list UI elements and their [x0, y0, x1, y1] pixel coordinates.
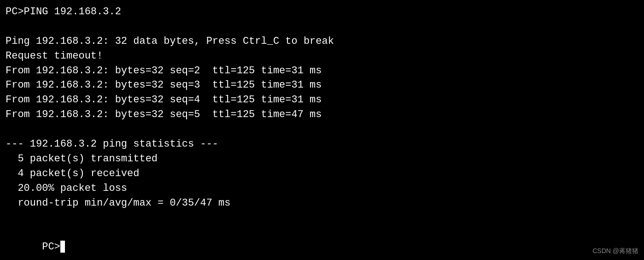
command-line: PC>PING 192.168.3.2 — [6, 5, 638, 19]
terminal-window: PC>PING 192.168.3.2 Ping 192.168.3.2: 32… — [0, 0, 644, 260]
blank-line-2 — [6, 122, 638, 137]
round-trip-line: round-trip min/avg/max = 0/35/47 ms — [6, 196, 638, 211]
from-line-4: From 192.168.3.2: bytes=32 seq=5 ttl=125… — [6, 107, 638, 122]
terminal-output: PC>PING 192.168.3.2 Ping 192.168.3.2: 32… — [6, 5, 638, 260]
timeout-line: Request timeout! — [6, 49, 638, 64]
packet-loss-line: 20.00% packet loss — [6, 181, 638, 196]
prompt-text: PC> — [42, 241, 60, 253]
ping-header-line: Ping 192.168.3.2: 32 data bytes, Press C… — [6, 34, 638, 49]
transmitted-line: 5 packet(s) transmitted — [6, 152, 638, 166]
from-line-3: From 192.168.3.2: bytes=32 seq=4 ttl=125… — [6, 93, 638, 107]
prompt-line[interactable]: PC> — [6, 225, 638, 260]
stats-header-line: --- 192.168.3.2 ping statistics --- — [6, 137, 638, 152]
cursor — [60, 241, 65, 253]
from-line-2: From 192.168.3.2: bytes=32 seq=3 ttl=125… — [6, 78, 638, 93]
blank-line-1 — [6, 19, 638, 34]
from-line-1: From 192.168.3.2: bytes=32 seq=2 ttl=125… — [6, 64, 638, 78]
blank-line-3 — [6, 210, 638, 225]
received-line: 4 packet(s) received — [6, 166, 638, 181]
watermark: CSDN @蒋猪猪 — [592, 247, 638, 255]
